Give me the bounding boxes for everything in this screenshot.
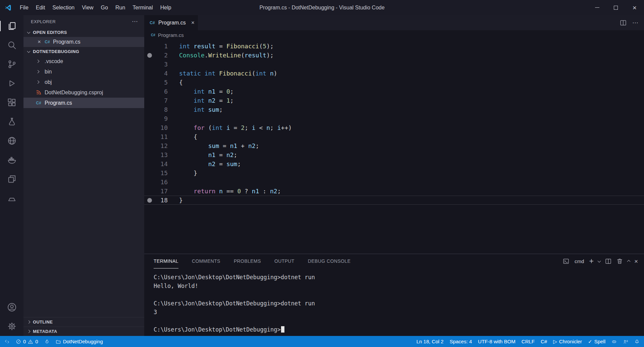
split-editor-icon[interactable] [620,19,627,27]
menu-edit[interactable]: Edit [32,0,49,15]
tree-item-csproj[interactable]: DotNetDebugging.csproj [23,87,144,98]
tree-item-obj[interactable]: obj [23,77,144,87]
explorer-more-actions-button[interactable]: ⋯ [132,18,138,25]
remote-indicator[interactable] [1,336,13,347]
code-line[interactable]: 7 int n2 = 1; [144,96,644,105]
new-terminal-button[interactable]: + [589,257,593,265]
breakpoint-gutter[interactable] [144,187,155,196]
project-indicator[interactable]: DotNetDebugging [53,336,106,347]
breakpoint-gutter[interactable] [144,168,155,178]
breakpoint-gutter[interactable] [144,132,155,141]
breakpoint-gutter[interactable] [144,105,155,114]
close-panel-icon[interactable]: × [634,258,638,265]
metadata-section-header[interactable]: METADATA [23,327,144,336]
tab-program-cs[interactable]: C# Program.cs × [144,15,198,30]
breakpoint-gutter[interactable] [144,87,155,96]
workspace-section-header[interactable]: DOTNETDEBUGGING [23,47,144,56]
hot-reload-indicator[interactable] [41,336,53,347]
tree-item-bin[interactable]: bin [23,66,144,77]
code-line[interactable]: 5{ [144,78,644,87]
panel-tab-problems[interactable]: PROBLEMS [234,254,261,268]
breakpoint-gutter[interactable] [144,159,155,168]
breakpoint-gutter[interactable] [144,178,155,187]
code-line[interactable]: 6 int n1 = 0; [144,87,644,96]
breakpoint-indicator[interactable] [144,51,155,60]
accounts-button[interactable] [0,298,23,317]
open-editors-section-header[interactable]: OPEN EDITORS [23,28,144,37]
maximize-panel-icon[interactable] [627,260,630,263]
code-line[interactable]: 13 n1 = n2; [144,150,644,159]
code-line[interactable]: 1int result = Fibonacci(5); [144,42,644,51]
close-editor-icon[interactable]: × [38,39,41,45]
chronicler-status[interactable]: ▷ Chronicler [550,336,585,347]
menu-terminal[interactable]: Terminal [129,0,156,15]
code-line[interactable]: 11 { [144,132,644,141]
activity-extensions[interactable] [0,93,23,112]
activity-live-share[interactable] [0,131,23,150]
terminal-output[interactable]: C:\Users\Jon\Desktop\DotNetDebugging>dot… [144,268,644,336]
feedback-button[interactable] [620,336,631,347]
code-line[interactable]: 12 sum = n1 + n2; [144,141,644,150]
menu-run[interactable]: Run [112,0,129,15]
breakpoint-indicator[interactable] [144,196,155,205]
menu-help[interactable]: Help [157,0,175,15]
menu-selection[interactable]: Selection [49,0,78,15]
activity-run-debug[interactable] [0,74,23,93]
notifications-button[interactable] [631,336,643,347]
panel-tab-output[interactable]: OUTPUT [274,254,294,268]
copilot-status[interactable] [608,336,620,347]
panel-tab-debug-console[interactable]: DEBUG CONSOLE [308,254,351,268]
breakpoint-gutter[interactable] [144,69,155,78]
code-line[interactable]: 4static int Fibonacci(int n) [144,69,644,78]
maximize-button[interactable] [606,0,625,15]
breakpoint-gutter[interactable] [144,150,155,159]
code-line[interactable]: 15 } [144,168,644,178]
code-line[interactable]: 18} [144,196,644,205]
tree-item-program-cs[interactable]: C# Program.cs [23,98,144,108]
panel-tab-terminal[interactable]: TERMINAL [154,254,178,268]
split-terminal-icon[interactable] [605,258,612,265]
breakpoint-gutter[interactable] [144,42,155,51]
terminal-dropdown-icon[interactable] [597,259,601,262]
activity-docker[interactable] [0,150,23,169]
code-line[interactable]: 17 return n == 0 ? n1 : n2; [144,187,644,196]
menu-view[interactable]: View [78,0,97,15]
minimize-button[interactable] [588,0,606,15]
kill-terminal-icon[interactable] [616,258,623,265]
eol-setting[interactable]: CRLF [519,336,538,347]
breakpoint-gutter[interactable] [144,114,155,123]
code-line[interactable]: 8 int sum; [144,105,644,114]
activity-search[interactable] [0,36,23,55]
spell-status[interactable]: ✓ Spell [585,336,608,347]
language-mode[interactable]: C# [538,336,550,347]
breakpoint-gutter[interactable] [144,123,155,132]
settings-button[interactable] [0,317,23,336]
panel-tab-comments[interactable]: COMMENTS [192,254,220,268]
cursor-position[interactable]: Ln 18, Col 2 [414,336,447,347]
activity-source-control[interactable] [0,55,23,74]
code-line[interactable]: 10 for (int i = 2; i < n; i++) [144,123,644,132]
breadcrumb-item[interactable]: Program.cs [158,32,184,38]
editor-more-actions-button[interactable]: ⋯ [632,19,639,27]
code-line[interactable]: 14 n2 = sum; [144,159,644,168]
breakpoint-gutter[interactable] [144,141,155,150]
code-line[interactable]: 2Console.WriteLine(result); [144,51,644,60]
code-line[interactable]: 16 [144,178,644,187]
activity-explorer[interactable] [0,16,23,36]
code-editor[interactable]: 1int result = Fibonacci(5);2Console.Writ… [144,40,644,254]
outline-section-header[interactable]: OUTLINE [23,317,144,327]
encoding-setting[interactable]: UTF-8 with BOM [475,336,519,347]
activity-testing[interactable] [0,112,23,131]
tree-item-vscode[interactable]: .vscode [23,56,144,66]
breakpoint-gutter[interactable] [144,96,155,105]
open-editor-item[interactable]: × C# Program.cs [23,37,144,47]
menu-go[interactable]: Go [97,0,112,15]
code-line[interactable]: 3 [144,60,644,69]
breakpoint-gutter[interactable] [144,78,155,87]
close-window-button[interactable]: × [625,0,644,15]
indentation-setting[interactable]: Spaces: 4 [446,336,475,347]
menu-file[interactable]: File [16,0,32,15]
activity-remote-explorer[interactable] [0,169,23,189]
close-tab-icon[interactable]: × [191,19,195,26]
code-line[interactable]: 9 [144,114,644,123]
